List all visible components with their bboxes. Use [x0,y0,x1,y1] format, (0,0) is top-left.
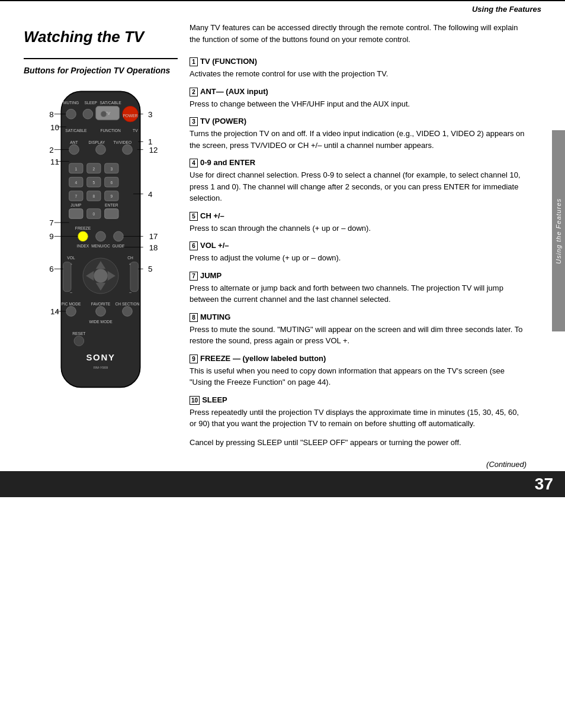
svg-text:SONY: SONY [86,352,115,362]
feature-7-heading: 7 JUMP [190,271,527,281]
svg-text:11: 11 [50,157,59,166]
header-section-label: Using the Features [472,5,541,14]
page-container: Using the Features Using the Features Wa… [0,0,565,728]
svg-text:FAVORITE: FAVORITE [91,302,111,306]
feature-9: 9 FREEZE — (yellow labeled button) This … [190,354,527,388]
feature-9-number: 9 [190,355,198,363]
svg-text:9: 9 [110,194,113,198]
svg-text:0: 0 [92,212,95,216]
left-column: Watching the TV Buttons for Projection T… [24,22,178,448]
svg-point-68 [66,306,76,316]
svg-text:8: 8 [92,194,95,198]
svg-text:5: 5 [148,265,152,273]
feature-5-body: Press to scan through the channels (+ up… [190,223,527,234]
top-bar: Using the Features [0,0,565,16]
svg-point-19 [123,144,133,154]
svg-text:9: 9 [49,232,53,241]
main-content: Watching the TV Buttons for Projection T… [0,16,565,460]
svg-text:7: 7 [49,218,53,227]
svg-point-73 [74,336,84,346]
feature-1: 1 TV (FUNCTION) Activates the remote con… [190,57,527,80]
feature-6-heading: 6 VOL +/– [190,241,527,250]
feature-7-number: 7 [190,272,198,281]
intro-text: Many TV features can be accessed directl… [190,22,527,45]
feature-4-number: 4 [190,159,198,167]
feature-1-title: TV (FUNCTION) [200,57,257,66]
feature-7-body: Press to alternate or jump back and fort… [190,282,527,305]
feature-2-body: Press to change between the VHF/UHF inpu… [190,98,527,110]
feature-4-body: Use for direct channel selection. Press … [190,169,527,204]
feature-4: 4 0-9 and ENTER Use for direct channel s… [190,158,527,204]
svg-text:CH SECTION: CH SECTION [115,302,139,306]
svg-point-69 [96,306,106,316]
feature-10-number: 10 [190,396,200,405]
feature-8-body: Press to mute the sound. "MUTING" will a… [190,324,527,347]
side-tab-label: Using the Features [555,198,562,264]
svg-text:FREEZE: FREEZE [75,226,91,230]
footer-area: (Continued) [0,460,565,469]
feature-9-title: FREEZE — (yellow labeled button) [200,354,326,363]
feature-6: 6 VOL +/– Press to adjust the volume (+ … [190,241,527,264]
svg-point-9 [83,109,93,119]
svg-text:18: 18 [149,243,158,252]
svg-text:MUTING: MUTING [63,101,79,105]
svg-text:VOL: VOL [67,255,75,259]
feature-5: 5 CH +/– Press to scan through the chann… [190,211,527,234]
svg-text:10: 10 [50,123,59,132]
svg-text:FUNCTION: FUNCTION [100,128,121,132]
feature-3: 3 TV (POWER) Turns the projection TV on … [190,117,527,151]
page-number-bar: 37 [0,471,565,497]
feature-5-heading: 5 CH +/– [190,211,527,221]
svg-text:6: 6 [49,265,53,273]
feature-4-heading: 4 0-9 and ENTER [190,158,527,167]
svg-text:7: 7 [75,194,77,198]
svg-text:JUMP: JUMP [70,203,82,207]
svg-text:3: 3 [148,110,152,119]
svg-point-47 [114,231,124,241]
svg-point-70 [123,306,133,316]
right-column: Many TV features can be accessed directl… [190,22,541,448]
svg-text:RESET: RESET [72,331,85,336]
svg-point-8 [66,109,76,119]
feature-10-heading: 10 SLEEP [190,395,527,405]
feature-9-body: This is useful when you need to copy dow… [190,365,527,388]
svg-text:RM-Y909: RM-Y909 [94,365,108,369]
feature-3-title: TV (POWER) [200,117,246,125]
feature-6-body: Press to adjust the volume (+ up or – do… [190,252,527,264]
feature-6-number: 6 [190,241,198,250]
feature-6-title: VOL +/– [200,241,229,250]
feature-3-heading: 3 TV (POWER) [190,117,527,126]
feature-10: 10 SLEEP Press repeatedly until the proj… [190,395,527,430]
section-divider [24,58,178,59]
feature-7: 7 JUMP Press to alternate or jump back a… [190,271,527,305]
svg-point-18 [96,144,106,154]
continued-text: (Continued) [24,460,541,469]
svg-text:MENU/OC: MENU/OC [91,243,110,247]
svg-point-17 [69,144,79,154]
svg-text:GUIDE: GUIDE [112,243,125,247]
svg-text:INDEX: INDEX [77,243,89,247]
svg-text:2: 2 [49,145,53,154]
svg-text:3: 3 [110,166,113,170]
section-title: Buttons for Projection TV Operations [24,65,178,77]
svg-text:DISPLAY: DISPLAY [89,140,105,144]
side-tab: Using the Features [552,130,565,331]
feature-4-title: 0-9 and ENTER [200,158,255,167]
feature-1-body: Activates the remote control for use wit… [190,68,527,80]
remote-svg: MUTING SLEEP SAT/CABLE POWER TV SAT/CABL… [41,86,160,402]
feature-2-heading: 2 ANT— (AUX input) [190,87,527,96]
remote-illustration: MUTING SLEEP SAT/CABLE POWER TV SAT/CABL… [41,86,160,404]
svg-text:4: 4 [75,181,77,185]
svg-point-45 [78,231,88,241]
svg-point-10 [101,111,107,117]
feature-8-title: MUTING [200,313,230,321]
svg-rect-43 [105,208,118,218]
svg-text:14: 14 [50,307,59,316]
feature-3-number: 3 [190,117,198,126]
svg-text:ENTER: ENTER [105,203,118,207]
svg-text:WIDE MODE: WIDE MODE [89,320,113,324]
svg-text:4: 4 [148,189,153,198]
svg-text:2: 2 [92,166,95,170]
feature-8-heading: 8 MUTING [190,313,527,322]
feature-8-number: 8 [190,313,198,322]
